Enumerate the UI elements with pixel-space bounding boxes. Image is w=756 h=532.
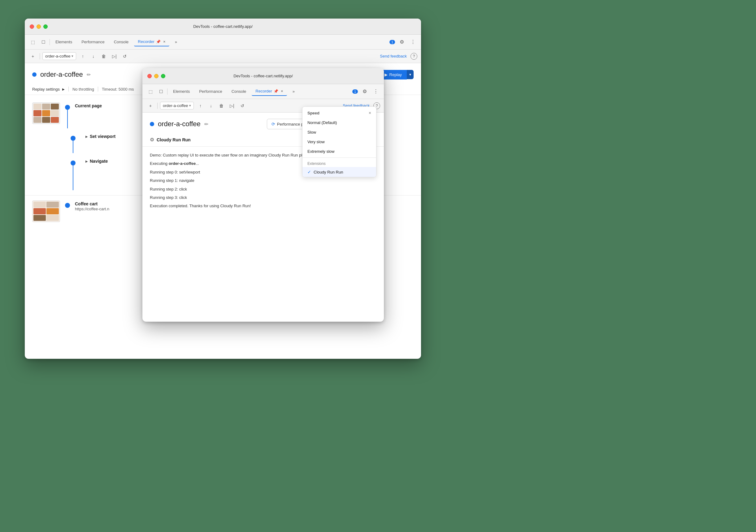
edit-name-icon-back[interactable]: ✏ xyxy=(87,72,91,78)
executing-bold: order-a-coffee xyxy=(169,161,196,166)
delete-icon[interactable]: 🗑 xyxy=(100,52,108,60)
speed-dropdown-panel: Speed × Normal (Default) Slow Very slow … xyxy=(302,106,376,177)
plugin-settings-icon: ⚙ xyxy=(150,137,154,142)
tab-performance[interactable]: Performance xyxy=(78,38,108,46)
speed-very-slow-item[interactable]: Very slow xyxy=(303,137,376,147)
speed-extremely-slow-label: Extremely slow xyxy=(308,149,334,154)
cursor-icon-front[interactable]: ⬚ xyxy=(146,87,155,96)
step-dot-viewport xyxy=(70,136,75,141)
step-dot-current xyxy=(65,105,70,110)
undo-icon-front[interactable]: ↺ xyxy=(238,102,246,110)
close-button[interactable] xyxy=(30,24,34,29)
tab-elements[interactable]: Elements xyxy=(52,38,76,46)
log-line-6: Execution completed. Thanks for using Cl… xyxy=(150,202,376,209)
titlebar-back: DevTools - coffee-cart.netlify.app/ xyxy=(25,18,421,35)
thumb-cell xyxy=(51,117,59,123)
thumb-cell xyxy=(34,110,41,116)
log-line-3: Running step 1: navigate xyxy=(150,177,376,184)
rec-sep xyxy=(40,53,40,60)
more-options-icon[interactable]: ⋮ xyxy=(409,38,417,46)
tab-console[interactable]: Console xyxy=(110,38,132,46)
step-dot-navigate xyxy=(70,161,75,165)
export-icon[interactable]: ↑ xyxy=(79,52,87,60)
settings-icon[interactable]: ⚙ xyxy=(397,38,406,46)
step-over-icon-front[interactable]: ▷| xyxy=(228,102,236,110)
settings-icon-front[interactable]: ⚙ xyxy=(360,87,369,96)
log-line-4: Running step 2: click xyxy=(150,186,376,193)
tab-recorder-front[interactable]: Recorder 📌 × xyxy=(252,87,287,96)
minimize-button-front[interactable] xyxy=(154,74,158,78)
step-title-viewport: Set viewport xyxy=(90,134,116,139)
step-over-icon[interactable]: ▷| xyxy=(110,52,118,60)
replay-arrow-btn-back[interactable]: ▾ xyxy=(407,70,414,79)
device-icon[interactable]: ☐ xyxy=(39,38,48,46)
window-title-back: DevTools - coffee-cart.netlify.app/ xyxy=(193,24,253,29)
settings-divider-2 xyxy=(98,87,98,91)
perf-icon-front: ⟳ xyxy=(272,121,275,127)
undo-icon[interactable]: ↺ xyxy=(121,52,129,60)
notification-badge-back: 1 xyxy=(390,40,395,44)
tab-more-front[interactable]: » xyxy=(289,87,298,95)
speed-normal-item[interactable]: Normal (Default) xyxy=(303,118,376,127)
cursor-icon[interactable]: ⬚ xyxy=(28,38,37,46)
log-line-5: Running step 3: click xyxy=(150,194,376,201)
recorder-close-icon[interactable]: × xyxy=(163,39,166,44)
tabs-toolbar-back: ⬚ ☐ Elements Performance Console Recorde… xyxy=(25,35,421,49)
speed-slow-item[interactable]: Slow xyxy=(303,127,376,137)
rec-sep-front xyxy=(157,103,158,109)
thumb-cell xyxy=(34,202,46,208)
traffic-lights-back xyxy=(30,24,48,29)
speed-slow-label: Slow xyxy=(308,130,316,135)
recording-selector-back[interactable]: order-a-coffee ▾ xyxy=(42,52,76,60)
settings-divider xyxy=(68,87,69,91)
replay-play-icon: ▶ xyxy=(385,72,388,77)
step-arrow-navigate: ▶ xyxy=(85,160,88,163)
thumb-cell xyxy=(34,117,41,123)
close-button-front[interactable] xyxy=(148,74,152,78)
toolbar-sep-front xyxy=(167,89,168,95)
speed-extremely-slow-item[interactable]: Extremely slow xyxy=(303,147,376,156)
thumb-cell xyxy=(34,208,46,214)
add-recording-icon[interactable]: + xyxy=(28,52,37,61)
import-icon-front[interactable]: ↓ xyxy=(207,102,215,110)
window-title-front: DevTools - coffee-cart.netlify.app/ xyxy=(233,74,293,78)
replay-settings-label[interactable]: Replay settings xyxy=(32,87,60,91)
dropdown-close-btn[interactable]: × xyxy=(369,111,371,115)
replay-settings-arrow: ▶ xyxy=(62,88,65,91)
import-icon[interactable]: ↓ xyxy=(89,52,97,60)
maximize-button-front[interactable] xyxy=(161,74,165,78)
add-recording-icon-front[interactable]: + xyxy=(146,101,155,110)
tab-recorder[interactable]: Recorder 📌 × xyxy=(134,38,169,46)
edit-name-icon-front[interactable]: ✏ xyxy=(204,121,208,127)
titlebar-front: DevTools - coffee-cart.netlify.app/ xyxy=(142,68,384,84)
tab-more[interactable]: » xyxy=(171,38,181,46)
recorder-pin-icon: 📌 xyxy=(156,39,161,44)
extension-cloudy-run-run-item[interactable]: ✓ Cloudy Run Run xyxy=(303,167,376,177)
recording-selector-front[interactable]: order-a-coffee ▾ xyxy=(160,102,194,110)
checkmark-icon: ✓ xyxy=(308,169,311,174)
delete-icon-front[interactable]: 🗑 xyxy=(217,102,225,110)
recorder-pin-icon-front: 📌 xyxy=(274,89,278,93)
plugin-name-label: Cloudy Run Run xyxy=(157,137,191,142)
tab-elements-front[interactable]: Elements xyxy=(169,87,194,95)
step-title-navigate: Navigate xyxy=(90,159,108,164)
dropdown-header: Speed × xyxy=(303,107,376,118)
tab-console-front[interactable]: Console xyxy=(228,87,250,95)
device-icon-front[interactable]: ☐ xyxy=(157,87,165,96)
tabs-toolbar-front: ⬚ ☐ Elements Performance Console Recorde… xyxy=(142,84,384,99)
send-feedback-link-back[interactable]: Send feedback xyxy=(380,54,407,59)
extensions-section-label: Extensions xyxy=(303,159,376,167)
more-options-icon-front[interactable]: ⋮ xyxy=(371,87,380,96)
export-icon-front[interactable]: ↑ xyxy=(196,102,204,110)
chevron-down-icon: ▾ xyxy=(71,54,73,58)
recording-name-front: order-a-coffee xyxy=(158,120,201,128)
recorder-close-icon-front[interactable]: × xyxy=(281,89,283,93)
thumb-cell xyxy=(42,110,50,116)
tab-performance-front[interactable]: Performance xyxy=(195,87,226,95)
step-title-current: Current page xyxy=(75,103,102,108)
maximize-button[interactable] xyxy=(43,24,48,29)
step-arrow-viewport: ▶ xyxy=(85,135,88,138)
minimize-button[interactable] xyxy=(37,24,41,29)
help-icon-back[interactable]: ? xyxy=(411,53,417,60)
speed-very-slow-label: Very slow xyxy=(308,139,325,144)
